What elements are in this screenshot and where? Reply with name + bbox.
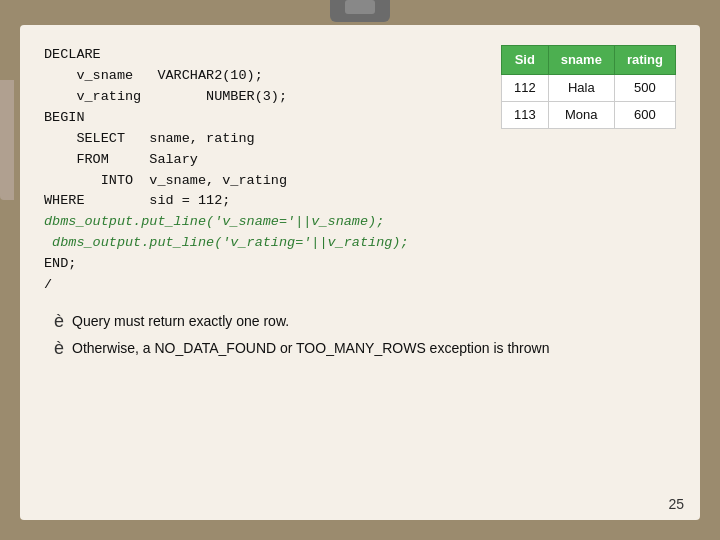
bullet-symbol-2: è	[54, 337, 64, 360]
left-tab	[0, 80, 14, 200]
table-cell: Hala	[548, 75, 614, 102]
code-block: Sid sname rating 112Hala500113Mona600 DE…	[44, 45, 676, 296]
table-cell: 600	[614, 102, 675, 129]
table-cell: 500	[614, 75, 675, 102]
col-header-sid: Sid	[501, 46, 548, 75]
col-header-sname: sname	[548, 46, 614, 75]
table-row: 112Hala500	[501, 75, 675, 102]
table-row: 113Mona600	[501, 102, 675, 129]
data-table: Sid sname rating 112Hala500113Mona600	[501, 45, 676, 129]
col-header-rating: rating	[614, 46, 675, 75]
table-cell: 112	[501, 75, 548, 102]
clipboard-clip	[330, 0, 390, 22]
table-cell: 113	[501, 102, 548, 129]
paper-area: Sid sname rating 112Hala500113Mona600 DE…	[20, 25, 700, 520]
table-cell: Mona	[548, 102, 614, 129]
bullet-item-2: è Otherwise, a NO_DATA_FOUND or TOO_MANY…	[54, 337, 676, 360]
bullet-text-1: Query must return exactly one row.	[72, 310, 676, 332]
bullet-item-1: è Query must return exactly one row.	[54, 310, 676, 333]
bullet-text-2: Otherwise, a NO_DATA_FOUND or TOO_MANY_R…	[72, 337, 676, 359]
page-number: 25	[668, 496, 684, 512]
bullet-symbol-1: è	[54, 310, 64, 333]
bullets-section: è Query must return exactly one row. è O…	[44, 310, 676, 361]
